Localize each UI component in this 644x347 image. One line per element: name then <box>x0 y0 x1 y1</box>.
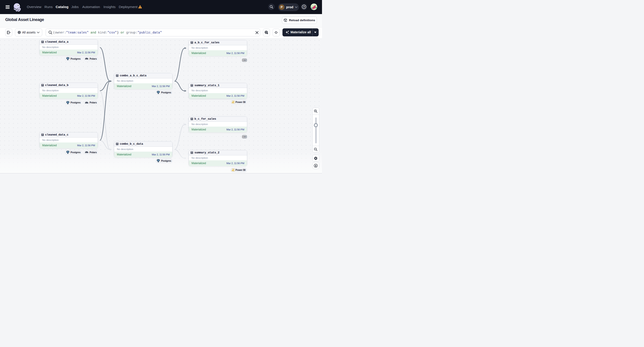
svg-text:?: ? <box>303 5 305 8</box>
